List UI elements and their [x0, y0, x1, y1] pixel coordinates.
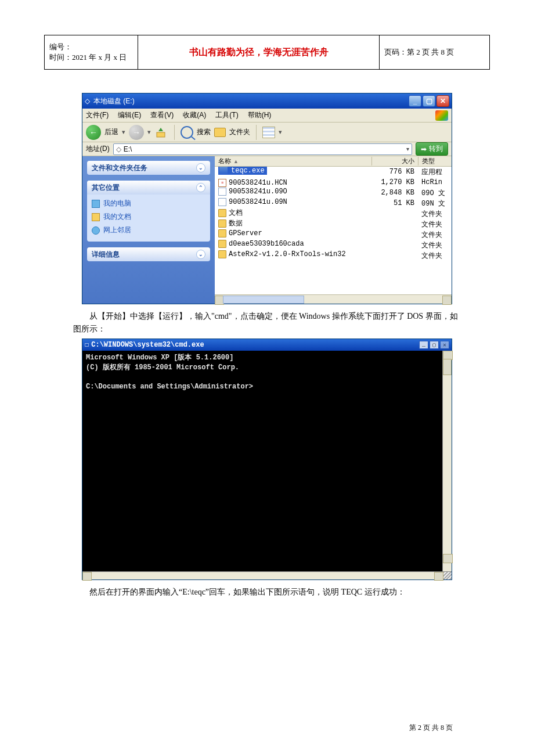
chevron-up-icon[interactable]: ⌃	[196, 183, 205, 192]
col-size[interactable]: 大小	[371, 157, 418, 165]
link-network-label: 网上邻居	[103, 225, 131, 235]
folders-label[interactable]: 文件夹	[229, 127, 250, 137]
up-folder-icon	[156, 127, 167, 138]
drive-icon: ◇	[85, 97, 90, 105]
file-name: 数据	[229, 218, 243, 228]
documents-icon	[92, 213, 100, 221]
fwd-dropdown[interactable]: ▾	[147, 128, 151, 136]
svg-rect-0	[157, 132, 165, 137]
file-row[interactable]: 900538241u.09N51 KB09N 文	[215, 198, 452, 208]
sort-asc-icon: ▲	[233, 159, 239, 164]
explorer-sidepanel: 文件和文件夹任务 ⌄ 其它位置 ⌃ 我的电脑	[82, 156, 215, 304]
col-name[interactable]: 名称 ▲	[215, 157, 371, 165]
cmd-icon: ☐	[85, 340, 89, 349]
cmd-vertical-scrollbar[interactable]	[442, 351, 452, 571]
cmd-titlebar[interactable]: ☐ C:\WINDOWS\system32\cmd.exe _ ▢ ✕	[82, 339, 452, 351]
chevron-down-icon[interactable]: ⌄	[196, 250, 205, 259]
file-row[interactable]: 文档文件夹	[215, 208, 452, 219]
resize-grip-icon[interactable]	[443, 572, 452, 579]
file-name: 900538241u.HCN	[229, 179, 287, 187]
explorer-menubar: 文件(F) 编辑(E) 查看(V) 收藏(A) 工具(T) 帮助(H)	[82, 109, 452, 123]
doc-header: 编号： 时间：2021 年 x 月 x 日 书山有路勤为径，学海无涯苦作舟 页码…	[44, 35, 490, 70]
address-drive-icon: ◇	[116, 145, 121, 153]
date-label: 时间：2021 年 x 月 x 日	[49, 52, 133, 63]
address-dropdown-icon[interactable]: ▾	[406, 146, 409, 152]
cmd-close-button[interactable]: ✕	[440, 341, 449, 349]
pane-details: 详细信息 ⌄	[87, 247, 210, 261]
file-type: 应用程	[418, 167, 452, 177]
paragraph-2: 然后在打开的界面内输入“E:\teqc”回车，如果输出下图所示语句，说明 TEQ…	[73, 586, 461, 599]
cmd-body: Microsoft Windows XP [版本 5.1.2600] (C) 版…	[82, 351, 452, 571]
maximize-button[interactable]: ▢	[423, 95, 435, 107]
explorer-body: 文件和文件夹任务 ⌄ 其它位置 ⌃ 我的电脑	[82, 156, 452, 304]
file-row[interactable]: GPServer文件夹	[215, 229, 452, 240]
chevron-down-icon[interactable]: ⌄	[196, 163, 205, 172]
up-button[interactable]	[154, 125, 168, 139]
cmd-prompt: C:\Documents and Settings\Administrator>	[86, 383, 253, 391]
file-type: 文件夹	[418, 240, 452, 250]
views-button[interactable]	[262, 127, 275, 138]
go-button[interactable]: ➡ 转到	[416, 142, 448, 156]
cmd-minimize-button[interactable]: _	[419, 341, 428, 349]
pane-details-header[interactable]: 详细信息 ⌄	[87, 247, 210, 261]
cmd-title-text: C:\WINDOWS\system32\cmd.exe	[91, 341, 204, 349]
cmd-horizontal-scrollbar[interactable]	[82, 571, 452, 579]
file-name: GPServer	[229, 229, 262, 237]
column-headers[interactable]: 名称 ▲ 大小 类型	[215, 156, 452, 167]
menu-tools[interactable]: 工具(T)	[215, 110, 238, 120]
pane-other-header[interactable]: 其它位置 ⌃	[87, 181, 210, 195]
address-bar-row: 地址(D) ◇ E:\ ▾ ➡ 转到	[82, 142, 452, 156]
explorer-window: ◇ 本地磁盘 (E:) _ ▢ ✕ 文件(F) 编辑(E) 查看(V) 收藏(A…	[82, 93, 452, 304]
menu-view[interactable]: 查看(V)	[150, 110, 174, 120]
menu-favorites[interactable]: 收藏(A)	[183, 110, 206, 120]
file-name: 900538241u.09O	[229, 188, 287, 196]
forward-button[interactable]: →	[129, 125, 144, 140]
file-row[interactable]: ≡900538241u.HCN1,270 KBHcRin	[215, 177, 452, 188]
cmd-line-2: (C) 版权所有 1985-2001 Microsoft Corp.	[86, 363, 239, 372]
minimize-button[interactable]: _	[409, 95, 421, 107]
link-my-documents-label: 我的文档	[103, 212, 131, 222]
file-size: 2,848 KB	[371, 189, 418, 197]
file-size: 1,270 KB	[371, 178, 418, 186]
file-row[interactable]: 900538241u.09O2,848 KB09O 文	[215, 188, 452, 198]
pane-tasks-header[interactable]: 文件和文件夹任务 ⌄	[87, 161, 210, 175]
menu-help[interactable]: 帮助(H)	[248, 110, 272, 120]
file-row[interactable]: AsteRx2-v1.2.0-RxTools-win32文件夹	[215, 250, 452, 261]
menu-edit[interactable]: 编辑(E)	[118, 110, 141, 120]
close-button[interactable]: ✕	[436, 95, 449, 107]
link-my-computer-label: 我的电脑	[103, 199, 131, 208]
page-footer: 第 2 页 共 8 页	[409, 723, 453, 733]
file-row[interactable]: teqc.exe776 KB应用程	[215, 167, 452, 177]
link-my-computer[interactable]: 我的电脑	[92, 197, 205, 210]
go-arrow-icon: ➡	[421, 145, 427, 153]
pane-other: 其它位置 ⌃ 我的电脑 我的文档	[87, 181, 210, 242]
file-list: teqc.exe776 KB应用程≡900538241u.HCN1,270 KB…	[215, 167, 452, 294]
menu-file[interactable]: 文件(F)	[86, 110, 109, 120]
horizontal-scrollbar[interactable]	[215, 294, 452, 304]
pane-tasks: 文件和文件夹任务 ⌄	[87, 161, 210, 175]
computer-icon	[92, 200, 100, 208]
address-input[interactable]: ◇ E:\ ▾	[113, 143, 412, 155]
explorer-title-text: 本地磁盘 (E:)	[93, 96, 135, 106]
back-label[interactable]: 后退	[104, 127, 118, 137]
cmd-maximize-button[interactable]: ▢	[430, 341, 439, 349]
file-row[interactable]: 数据文件夹	[215, 219, 452, 229]
pane-details-title: 详细信息	[92, 250, 120, 260]
link-network[interactable]: 网上邻居	[92, 224, 205, 237]
back-dropdown[interactable]: ▾	[122, 128, 125, 136]
link-my-documents[interactable]: 我的文档	[92, 210, 205, 224]
col-type[interactable]: 类型	[418, 157, 452, 165]
file-type: HcRin	[418, 178, 452, 186]
cmd-output[interactable]: Microsoft Windows XP [版本 5.1.2600] (C) 版…	[82, 351, 442, 571]
scrollbar-thumb[interactable]	[223, 296, 304, 304]
file-row[interactable]: d0eae53039b160cada文件夹	[215, 240, 452, 250]
back-button[interactable]: ←	[86, 125, 101, 140]
search-label[interactable]: 搜索	[197, 127, 211, 137]
cmd-scrollbar-thumb[interactable]	[443, 359, 452, 375]
file-name: 文档	[229, 208, 243, 218]
file-icon: ≡	[218, 179, 226, 187]
folder-icon	[218, 250, 226, 258]
explorer-titlebar[interactable]: ◇ 本地磁盘 (E:) _ ▢ ✕	[82, 93, 452, 109]
views-dropdown[interactable]: ▾	[279, 128, 282, 136]
file-type: 09O 文	[418, 188, 452, 198]
